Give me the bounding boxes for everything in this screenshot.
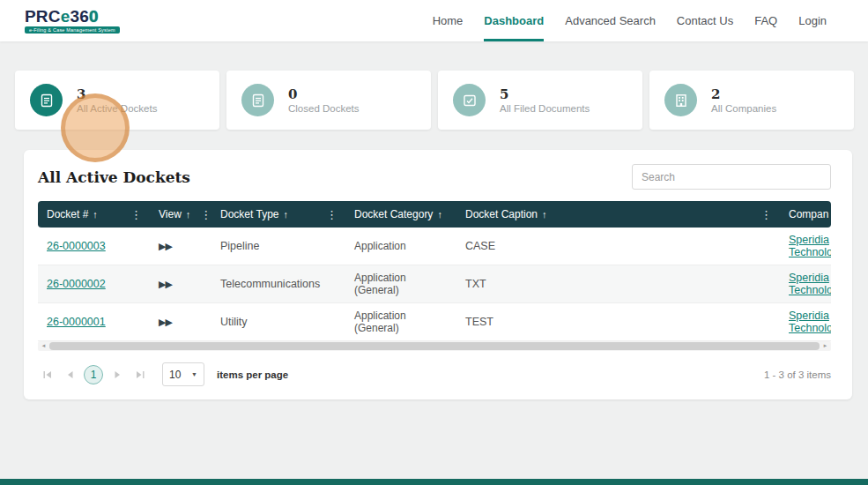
pagination-bar: 1 10 ▼ items per page 1 - 3 of 3 items — [38, 362, 831, 386]
docket-category-cell: Application (General) — [345, 303, 456, 341]
docket-type-cell: Telecommunications — [211, 265, 345, 303]
fast-forward-icon[interactable]: ▶▶ — [159, 241, 172, 251]
closed-dockets-label: Closed Dockets — [288, 103, 360, 114]
last-page-icon — [135, 369, 145, 380]
sort-asc-icon: ↑ — [283, 209, 288, 220]
table-row: 26-0000002 ▶▶ Telecommunications Applica… — [38, 265, 831, 303]
docket-category-cell: Application (General) — [345, 265, 456, 303]
previous-page-button[interactable] — [61, 365, 79, 384]
filed-documents-label: All Filed Documents — [500, 103, 590, 114]
docket-link[interactable]: 26-0000002 — [47, 278, 106, 290]
column-header-docket-caption[interactable]: Docket Caption↑⋮ — [456, 201, 780, 228]
column-header-company[interactable]: Compan — [780, 201, 831, 228]
horizontal-scrollbar: ◄ ► — [38, 341, 831, 351]
nav-item-faq[interactable]: FAQ — [754, 0, 777, 41]
docket-type-cell: Utility — [211, 303, 345, 341]
stat-card-active-dockets[interactable]: 3 All Active Dockets — [15, 71, 219, 130]
next-page-icon — [112, 369, 122, 380]
stat-card-closed-dockets[interactable]: 0 Closed Dockets — [226, 71, 431, 130]
company-link[interactable]: Speridia Technolo — [789, 310, 831, 334]
first-page-button[interactable] — [38, 365, 56, 384]
screen: PRCe360 e-Filing & Case Management Syste… — [0, 0, 868, 485]
search-input[interactable] — [632, 164, 831, 190]
nav-item-advanced-search[interactable]: Advanced Search — [565, 0, 656, 41]
scrollbar-thumb[interactable] — [49, 342, 820, 350]
current-page-button[interactable]: 1 — [84, 365, 103, 384]
active-dockets-panel: All Active Dockets Docket #↑⋮ View↑⋮ — [24, 150, 852, 399]
items-range-label: 1 - 3 of 3 items — [764, 369, 831, 380]
top-navbar: PRCe360 e-Filing & Case Management Syste… — [0, 0, 868, 41]
table-header-row: Docket #↑⋮ View↑⋮ Docket Type↑⋮ Docket C… — [38, 201, 831, 228]
column-menu-icon[interactable]: ⋮ — [325, 208, 338, 221]
docket-type-cell: Pipeline — [211, 228, 345, 265]
companies-icon — [664, 84, 697, 116]
sort-asc-icon: ↑ — [186, 209, 191, 220]
previous-page-icon — [65, 369, 76, 380]
column-menu-icon[interactable]: ⋮ — [130, 208, 143, 221]
column-header-docket[interactable]: Docket #↑⋮ — [38, 201, 150, 228]
docket-caption-cell: TXT — [456, 265, 780, 303]
filed-documents-count: 5 — [500, 86, 590, 102]
docket-category-cell: Application — [345, 228, 456, 265]
active-dockets-label: All Active Dockets — [77, 103, 157, 114]
nav-menu: Home Dashboard Advanced Search Contact U… — [433, 0, 868, 41]
stat-card-filed-documents[interactable]: 5 All Filed Documents — [438, 71, 642, 130]
logo-text: PRCe360 — [25, 8, 99, 25]
column-header-docket-category[interactable]: Docket Category↑ — [345, 201, 456, 228]
next-page-button[interactable] — [108, 365, 126, 384]
active-dockets-icon — [30, 84, 63, 116]
column-menu-icon[interactable]: ⋮ — [199, 208, 212, 221]
fast-forward-icon[interactable]: ▶▶ — [159, 279, 172, 289]
last-page-button[interactable] — [130, 365, 149, 384]
docket-link[interactable]: 26-0000001 — [47, 316, 106, 328]
nav-item-login[interactable]: Login — [798, 0, 827, 41]
page-size-select[interactable]: 10 ▼ — [162, 362, 204, 386]
nav-item-home[interactable]: Home — [433, 0, 464, 41]
nav-item-contact-us[interactable]: Contact Us — [677, 0, 733, 41]
companies-label: All Companies — [711, 103, 776, 114]
items-per-page-label: items per page — [217, 369, 288, 380]
filed-documents-icon — [453, 84, 486, 116]
panel-title: All Active Dockets — [38, 168, 190, 186]
company-link[interactable]: Speridia Technolo — [789, 272, 831, 296]
logo-tagline: e-Filing & Case Management System — [25, 26, 120, 34]
company-link[interactable]: Speridia Technolo — [789, 234, 831, 258]
stat-cards-row: 3 All Active Dockets 0 Closed Dockets 5 … — [15, 71, 854, 130]
closed-dockets-count: 0 — [288, 86, 360, 102]
caret-down-icon: ▼ — [191, 371, 197, 377]
docket-caption-cell: TEST — [456, 303, 780, 341]
closed-dockets-icon — [241, 84, 274, 116]
column-menu-icon[interactable]: ⋮ — [760, 208, 773, 221]
dockets-table: Docket #↑⋮ View↑⋮ Docket Type↑⋮ Docket C… — [38, 201, 831, 386]
scroll-right-icon[interactable]: ► — [820, 341, 831, 351]
column-header-view[interactable]: View↑⋮ — [150, 201, 211, 228]
scroll-left-icon[interactable]: ◄ — [38, 341, 49, 351]
sort-asc-icon: ↑ — [437, 209, 442, 220]
fast-forward-icon[interactable]: ▶▶ — [159, 317, 172, 327]
table-row: 26-0000001 ▶▶ Utility Application (Gener… — [38, 303, 831, 341]
column-header-docket-type[interactable]: Docket Type↑⋮ — [211, 201, 345, 228]
footer-strip — [0, 479, 868, 485]
sort-asc-icon: ↑ — [93, 209, 98, 220]
docket-caption-cell: CASE — [456, 228, 780, 265]
sort-asc-icon: ↑ — [542, 209, 547, 220]
companies-count: 2 — [711, 86, 776, 102]
table-row: 26-0000003 ▶▶ Pipeline Application CASE … — [38, 228, 831, 265]
app-logo[interactable]: PRCe360 e-Filing & Case Management Syste… — [25, 0, 120, 41]
docket-link[interactable]: 26-0000003 — [47, 240, 106, 252]
first-page-icon — [42, 369, 53, 380]
active-dockets-count: 3 — [77, 86, 157, 102]
nav-item-dashboard[interactable]: Dashboard — [484, 0, 544, 41]
stat-card-companies[interactable]: 2 All Companies — [649, 71, 854, 130]
